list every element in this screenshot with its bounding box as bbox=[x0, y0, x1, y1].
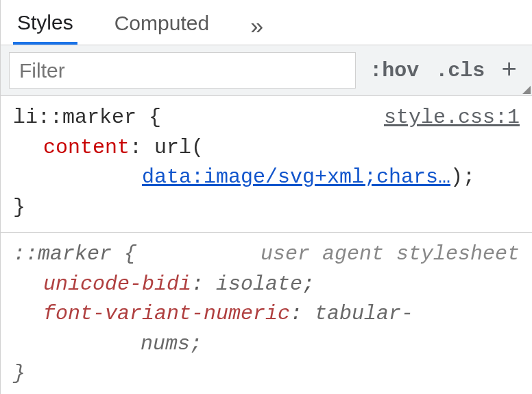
open-brace: { bbox=[149, 106, 161, 129]
new-style-rule-button[interactable]: + bbox=[501, 58, 517, 84]
selector-row: li::marker { style.css:1 bbox=[13, 103, 520, 133]
css-declaration: unicode-bidi: isolate; bbox=[13, 270, 520, 300]
user-agent-label: user agent stylesheet bbox=[261, 240, 520, 270]
cls-button[interactable]: .cls bbox=[435, 59, 485, 82]
css-property: content bbox=[43, 136, 130, 159]
url-function-open: url( bbox=[154, 136, 204, 159]
data-url-link[interactable]: data:image/svg+xml;chars… bbox=[142, 165, 450, 189]
styles-toolbar: :hov .cls + bbox=[1, 45, 532, 96]
css-value: isolate bbox=[216, 273, 302, 296]
semicolon: ; bbox=[302, 273, 315, 296]
colon: : bbox=[191, 273, 204, 296]
style-rule: li::marker { style.css:1 content: url( d… bbox=[1, 96, 532, 233]
style-rule-user-agent: ::marker { user agent stylesheet unicode… bbox=[1, 233, 532, 394]
css-property: unicode-bidi bbox=[43, 273, 191, 296]
tab-overflow[interactable]: » bbox=[246, 1, 269, 43]
open-brace: { bbox=[124, 242, 136, 266]
filter-wrap bbox=[1, 45, 363, 95]
close-brace: } bbox=[13, 359, 520, 389]
style-rules-pane: li::marker { style.css:1 content: url( d… bbox=[1, 96, 532, 394]
selector-line: ::marker { bbox=[13, 240, 136, 270]
close-brace: } bbox=[13, 193, 520, 223]
url-function-close: ); bbox=[450, 165, 475, 189]
dropdown-indicator-icon[interactable] bbox=[522, 86, 531, 94]
tab-computed[interactable]: Computed bbox=[110, 1, 213, 44]
css-selector: li::marker bbox=[13, 106, 136, 129]
devtools-tab-strip: Styles Computed » bbox=[1, 0, 532, 45]
selector-row: ::marker { user agent stylesheet bbox=[13, 240, 520, 270]
hov-button[interactable]: :hov bbox=[370, 59, 419, 82]
css-declaration[interactable]: content: url( data:image/svg+xml;chars…)… bbox=[13, 133, 520, 193]
css-selector: ::marker bbox=[13, 242, 112, 266]
selector-line[interactable]: li::marker { bbox=[13, 103, 161, 133]
css-property: font-variant-numeric bbox=[43, 302, 290, 325]
filter-input[interactable] bbox=[9, 52, 356, 89]
colon: : bbox=[130, 136, 142, 159]
css-declaration: font-variant-numeric: tabular- nums; bbox=[13, 299, 520, 359]
stylesheet-source-link[interactable]: style.css:1 bbox=[384, 103, 520, 133]
toolbar-right: :hov .cls + bbox=[363, 45, 532, 95]
css-value-part2: nums; bbox=[141, 332, 202, 356]
css-value-part1: tabular- bbox=[315, 302, 413, 325]
tab-styles[interactable]: Styles bbox=[13, 0, 77, 45]
colon: : bbox=[290, 302, 302, 325]
